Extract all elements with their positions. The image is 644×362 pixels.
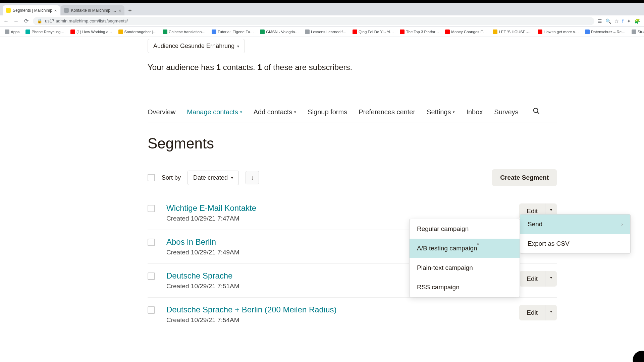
puzzle-icon[interactable]: 🧩 [634, 18, 640, 24]
audience-name: Audience Gesunde Ernährung [153, 43, 234, 50]
browser-tab-active[interactable]: Segments | Mailchimp × [3, 5, 60, 15]
favicon-icon [585, 29, 590, 34]
bookmark-item[interactable]: Phone Recycling… [23, 29, 66, 35]
chevron-down-icon: ▾ [231, 176, 233, 180]
bookmark-item[interactable]: (1) How Working a… [68, 29, 114, 35]
bookmark-item[interactable]: The Top 3 Platfor… [398, 29, 441, 35]
audience-selector[interactable]: Audience Gesunde Ernährung ▾ [148, 39, 245, 53]
favicon-icon [493, 29, 497, 34]
toolbar-right: ☰ 🔍 ☆ f ✦ 🧩 [598, 18, 641, 24]
nav-back-icon[interactable]: ← [3, 18, 9, 24]
bookmark-item[interactable]: Chinese translation… [161, 29, 208, 35]
nav-preferences-center[interactable]: Preferences center [359, 108, 415, 116]
cursor-icon: ⌖ [477, 241, 479, 247]
close-icon[interactable]: × [54, 8, 57, 13]
bookmark-item[interactable]: GMSN - Vologda… [258, 29, 301, 35]
subscriber-count: 1 [257, 63, 262, 72]
row-checkbox[interactable] [148, 306, 155, 314]
close-icon[interactable]: × [119, 8, 121, 13]
new-tab-button[interactable]: + [125, 6, 135, 15]
browser-tab-inactive[interactable]: Kontakte in Mailchimp import… × [61, 5, 124, 15]
select-all-checkbox[interactable] [148, 174, 155, 181]
bookmark-item[interactable]: LEE 'S HOUSE -… [491, 29, 533, 35]
extension-icon[interactable]: ✦ [627, 18, 631, 24]
segment-row: Wichtige E-Mail Kontakte Created 10/29/2… [148, 196, 557, 230]
create-segment-button[interactable]: Create Segment [492, 169, 557, 186]
nav-reload-icon[interactable]: ⟳ [23, 18, 30, 24]
sort-direction-button[interactable]: ↓ [246, 171, 259, 184]
row-checkbox[interactable] [148, 273, 155, 280]
bookmark-bar: Apps Phone Recycling… (1) How Working a…… [0, 27, 644, 37]
favicon-icon [353, 29, 357, 34]
nav-inbox[interactable]: Inbox [466, 108, 483, 116]
edit-dropdown-menu: Send › Export as CSV [520, 214, 631, 254]
segments-list: Wichtige E-Mail Kontakte Created 10/29/2… [148, 196, 557, 331]
nav-forward-icon[interactable]: → [13, 18, 19, 24]
url-input[interactable]: 🔒 us17.admin.mailchimp.com/lists/segment… [33, 17, 594, 25]
chat-bubble-icon[interactable] [633, 351, 644, 362]
segments-toolbar: Sort by Date created ▾ ↓ Create Segment [148, 169, 557, 186]
svg-line-1 [537, 112, 539, 114]
translate-icon[interactable]: ☰ [598, 18, 602, 24]
nav-settings[interactable]: Settings▾ [427, 108, 455, 116]
segment-meta: Created 10/29/21 7:54AM [166, 316, 519, 324]
audience-nav: Overview Manage contacts▾ Add contacts▾ … [148, 107, 557, 122]
row-checkbox[interactable] [148, 205, 155, 212]
favicon-icon [305, 29, 310, 34]
nav-overview[interactable]: Overview [148, 108, 175, 116]
sort-by-select[interactable]: Date created ▾ [187, 171, 239, 185]
bookmark-item[interactable]: Qing Fei De Yi - Yi… [351, 29, 396, 35]
chevron-down-icon: ▾ [237, 44, 239, 49]
chevron-right-icon: › [621, 222, 623, 227]
favicon-icon [25, 29, 30, 34]
nav-surveys[interactable]: Surveys [494, 108, 518, 116]
menu-item-regular-campaign[interactable]: Regular campaign [410, 219, 520, 239]
favicon-icon [260, 29, 265, 34]
menu-item-ab-testing-campaign[interactable]: A/B testing campaign ⌖ [410, 239, 520, 258]
contact-count: 1 [216, 63, 221, 72]
favicon-icon [445, 29, 450, 34]
bookmark-item[interactable]: Student Wants an… [630, 29, 644, 35]
nav-signup-forms[interactable]: Signup forms [308, 108, 347, 116]
audience-summary: Your audience has 1 contacts. 1 of these… [148, 63, 557, 72]
tab-label: Kontakte in Mailchimp import… [71, 8, 116, 13]
bookmark-item[interactable]: Sonderangebot |… [116, 29, 159, 35]
favicon-icon [6, 8, 11, 13]
favicon-icon [70, 29, 75, 34]
menu-item-send[interactable]: Send › [520, 215, 630, 234]
menu-item-export-csv[interactable]: Export as CSV [520, 234, 630, 253]
bookmark-item[interactable]: Lessons Learned f… [303, 29, 348, 35]
chevron-down-icon: ▾ [240, 110, 242, 114]
segment-name-link[interactable]: Deutsche Sprache + Berlin (200 Meilen Ra… [166, 305, 519, 314]
segment-name-link[interactable]: Wichtige E-Mail Kontakte [166, 203, 519, 213]
menu-item-rss-campaign[interactable]: RSS campaign [410, 278, 520, 297]
url-text: us17.admin.mailchimp.com/lists/segments/ [45, 18, 128, 23]
bookmark-item[interactable]: Tutorial: Eigene Fa… [210, 29, 256, 35]
menu-item-plain-text-campaign[interactable]: Plain-text campaign [410, 258, 520, 278]
window-top-bar [0, 0, 644, 3]
star-icon[interactable]: ☆ [614, 18, 619, 24]
edit-caret-button[interactable]: ▾ [545, 271, 557, 287]
bookmark-item[interactable]: Datenschutz – Re… [583, 29, 628, 35]
row-checkbox[interactable] [148, 239, 155, 246]
edit-caret-button[interactable]: ▾ [545, 305, 557, 320]
bookmark-item[interactable]: Apps [3, 29, 21, 35]
edit-button[interactable]: Edit [519, 271, 545, 287]
zoom-icon[interactable]: 🔍 [605, 18, 611, 24]
search-icon[interactable] [533, 107, 540, 117]
nav-add-contacts[interactable]: Add contacts▾ [254, 108, 297, 116]
edit-split-button[interactable]: Edit ▾ [519, 305, 557, 320]
facebook-icon[interactable]: f [622, 18, 624, 24]
chevron-down-icon: ▾ [294, 110, 296, 114]
bookmark-item[interactable]: Money Changes E… [443, 29, 489, 35]
chevron-down-icon: ▾ [550, 207, 552, 212]
nav-manage-contacts[interactable]: Manage contacts▾ [187, 108, 242, 116]
lock-icon: 🔒 [37, 18, 42, 23]
sort-by-label: Sort by [162, 174, 181, 181]
segment-row: Deutsche Sprache + Berlin (200 Meilen Ra… [148, 298, 557, 331]
edit-button[interactable]: Edit [519, 305, 545, 320]
edit-split-button[interactable]: Edit ▾ [519, 271, 557, 287]
chevron-down-icon: ▾ [550, 309, 552, 314]
bookmark-item[interactable]: How to get more v… [536, 29, 581, 35]
svg-point-0 [533, 108, 538, 113]
